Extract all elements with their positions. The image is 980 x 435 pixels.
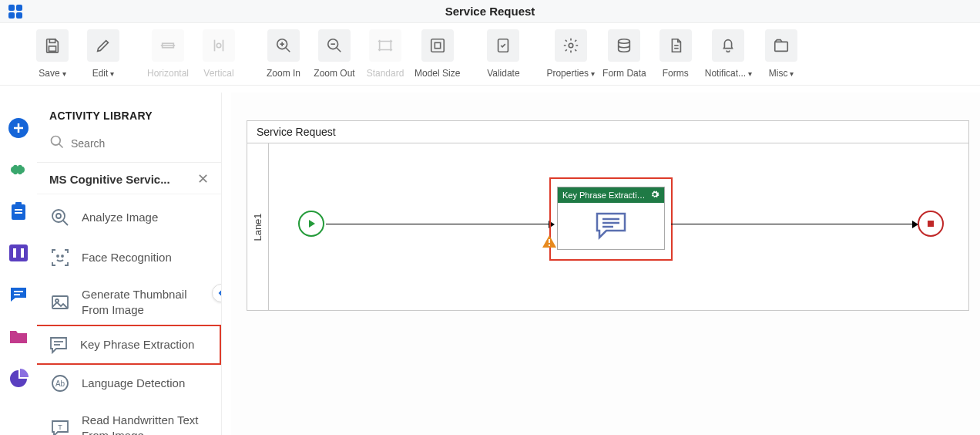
notifications-button[interactable]: Notificat...▾ <box>705 29 752 79</box>
form-data-button[interactable]: Form Data <box>602 29 646 79</box>
activity-face-recognition[interactable]: Face Recognition <box>37 238 221 278</box>
standard-button: Standard <box>364 29 407 79</box>
activity-library-sidebar: ACTIVITY LIBRARY MS Cognitive Servic... … <box>37 93 222 435</box>
rail-clipboard-icon[interactable] <box>6 199 31 224</box>
zoom-in-button[interactable]: Zoom In <box>262 29 305 79</box>
activity-highlight: Key Phrase Extractio... <box>549 177 673 261</box>
chevron-down-icon: ▾ <box>62 69 66 78</box>
activity-list: Analyze Image Face Recognition Generate … <box>37 194 221 435</box>
vertical-button: Vertical <box>197 29 240 79</box>
language-icon: Ab <box>49 373 71 394</box>
model-size-icon <box>421 29 454 62</box>
rail-brain-icon[interactable] <box>6 157 31 182</box>
image-icon <box>49 292 71 313</box>
svg-point-42 <box>56 214 61 218</box>
activity-analyze-image[interactable]: Analyze Image <box>37 197 221 238</box>
end-node[interactable] <box>918 211 944 237</box>
vertical-icon <box>203 29 235 62</box>
left-rail <box>0 93 37 390</box>
svg-rect-32 <box>15 209 22 211</box>
activity-label: Language Detection <box>82 376 185 391</box>
edit-label: Edit <box>92 68 109 79</box>
horizontal-icon <box>152 29 184 62</box>
lane-body[interactable]: Key Phrase Extractio... <box>269 143 968 310</box>
svg-point-44 <box>57 255 59 257</box>
svg-rect-5 <box>49 46 55 51</box>
activity-label: Read Handwritten Text From Image <box>82 413 209 435</box>
sidebar-heading: ACTIVITY LIBRARY <box>37 93 221 133</box>
category-title: MS Cognitive Servic... <box>49 173 170 186</box>
search-row <box>37 133 221 163</box>
svg-point-45 <box>62 255 63 257</box>
zoom-in-icon <box>267 29 300 62</box>
activity-label: Key Phrase Extraction <box>80 337 194 352</box>
svg-point-41 <box>52 210 65 222</box>
activity-label: Face Recognition <box>82 250 172 265</box>
svg-text:T: T <box>58 423 62 431</box>
svg-rect-34 <box>9 244 28 261</box>
activity-language-detection[interactable]: Ab Language Detection <box>37 363 221 403</box>
toolbar: Save▾ Edit▾ Horizontal Vertical <box>0 23 980 86</box>
svg-rect-3 <box>16 12 22 19</box>
lane-label: Lane1 <box>247 143 269 310</box>
activity-key-phrase-extraction[interactable]: Key Phrase Extraction <box>37 325 221 365</box>
properties-button[interactable]: Properties▾ <box>546 29 595 79</box>
top-bar: Service Request <box>0 0 980 23</box>
rail-add-button[interactable] <box>6 116 31 140</box>
standard-label: Standard <box>367 68 404 79</box>
gear-icon[interactable] <box>650 190 659 201</box>
rail-chat-icon[interactable] <box>6 282 31 307</box>
zoom-out-button[interactable]: Zoom Out <box>313 29 356 79</box>
activity-header: Key Phrase Extractio... <box>558 187 664 203</box>
standard-icon <box>369 29 401 62</box>
svg-rect-0 <box>8 5 15 11</box>
face-recognition-icon <box>49 247 71 268</box>
validate-button[interactable]: Validate <box>482 29 525 79</box>
process-title: Service Request <box>247 121 968 143</box>
close-icon[interactable]: ✕ <box>197 172 209 186</box>
start-node[interactable] <box>298 211 324 237</box>
activity-body <box>558 203 664 249</box>
svg-point-23 <box>619 39 630 44</box>
model-size-button[interactable]: Model Size <box>414 29 460 79</box>
svg-rect-37 <box>14 291 23 292</box>
gear-icon <box>555 29 587 62</box>
rail-folder-icon[interactable] <box>6 324 31 349</box>
search-input[interactable] <box>65 133 209 154</box>
chevron-down-icon: ▾ <box>748 69 752 78</box>
svg-line-40 <box>59 144 63 148</box>
horizontal-button: Horizontal <box>146 29 190 79</box>
forms-icon <box>659 29 692 62</box>
page-title: Service Request <box>445 5 535 18</box>
rail-columns-icon[interactable] <box>6 241 31 265</box>
svg-line-16 <box>337 48 341 52</box>
edge-1[interactable] <box>326 224 554 224</box>
rail-analytics-icon[interactable] <box>6 366 31 390</box>
svg-rect-57 <box>549 244 550 246</box>
zoom-in-label: Zoom In <box>267 68 300 79</box>
edit-button[interactable]: Edit▾ <box>82 29 125 79</box>
notifications-label: Notificat... <box>705 68 746 79</box>
horizontal-label: Horizontal <box>147 68 189 79</box>
activity-read-handwritten[interactable]: T Read Handwritten Text From Image <box>37 403 221 435</box>
activity-generate-thumbnail[interactable]: Generate Thumbnail From Image <box>37 278 221 326</box>
save-button[interactable]: Save▾ <box>31 29 74 79</box>
misc-button[interactable]: Misc▾ <box>760 29 803 79</box>
svg-point-9 <box>216 43 221 48</box>
search-icon <box>49 134 65 153</box>
app-switcher-icon[interactable] <box>0 4 31 19</box>
svg-rect-58 <box>928 221 934 227</box>
handwritten-icon: T <box>49 417 71 436</box>
chevron-down-icon: ▾ <box>790 69 794 78</box>
svg-rect-26 <box>775 42 788 51</box>
zoom-out-label: Zoom Out <box>314 68 354 79</box>
svg-rect-20 <box>435 42 440 48</box>
forms-button[interactable]: Forms <box>654 29 697 79</box>
activity-title: Key Phrase Extractio... <box>562 191 647 200</box>
model-size-label: Model Size <box>414 68 460 79</box>
bell-icon <box>712 29 744 62</box>
svg-rect-35 <box>13 248 16 258</box>
process-canvas[interactable]: Service Request Lane1 Key Phrase Extract… <box>231 93 980 435</box>
edge-2[interactable] <box>671 224 918 224</box>
activity-node[interactable]: Key Phrase Extractio... <box>557 187 665 250</box>
